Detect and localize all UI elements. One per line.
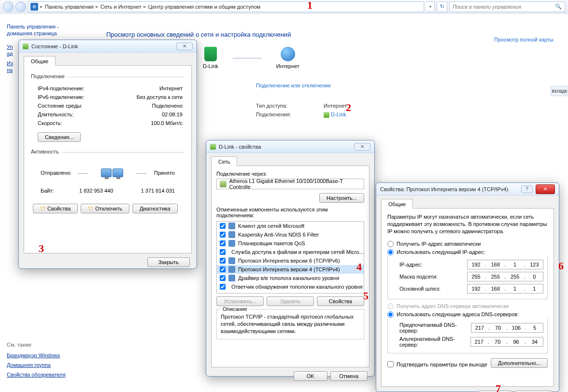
breadcrumb[interactable]: ⚙ ▸ Панель управления ▸ Сеть и Интернет … [28, 1, 424, 12]
radio-manual-dns[interactable]: Использовать следующие адреса DNS-сервер… [387, 311, 548, 318]
annotation-7: 7 [496, 382, 501, 392]
close-icon[interactable]: ✕ [176, 42, 193, 50]
list-item-selected[interactable]: Протокол Интернета версии 4 (TCP/IPv4) [217, 265, 364, 274]
components-label: Отмеченные компоненты используются этим … [216, 207, 364, 218]
dns2-input[interactable]: 217.70.96.34 [470, 337, 543, 347]
group-connection-label: Подключение [31, 73, 68, 79]
list-item[interactable]: Драйвер в/в тополога канального уровня [217, 274, 364, 282]
client-icon [228, 223, 235, 229]
adapter-field: Atheros L1 Gigabit Ethernet 10/100/1000B… [216, 179, 364, 189]
details-button[interactable]: Сведения... [38, 132, 81, 142]
status-titlebar[interactable]: Состояние - D-Link ✕ [19, 40, 197, 53]
annotation-5: 5 [363, 290, 369, 302]
close-button[interactable]: Закрыть [147, 257, 190, 267]
list-item[interactable]: Протокол Интернета версии 6 (TCP/IPv6) [217, 256, 364, 265]
search-field[interactable] [453, 4, 555, 10]
search-icon: 🔍 [555, 3, 562, 10]
tab-network[interactable]: Сеть [211, 156, 237, 166]
view-map-link[interactable]: Просмотр полной карты [494, 37, 554, 42]
breadcrumb-dropdown[interactable]: ▾ [426, 1, 435, 12]
internet-icon [281, 47, 295, 61]
tcpip-title: Свойства: Протокол Интернета версии 4 (T… [380, 186, 508, 192]
nav-back-button[interactable] [3, 1, 14, 12]
activity-icon [95, 163, 129, 182]
tcpip-dialog: Свойства: Протокол Интернета версии 4 (T… [376, 182, 559, 392]
status-title: Состояние - D-Link [31, 43, 78, 49]
nav-forward-button[interactable] [15, 1, 26, 12]
control-panel-home-link[interactable]: Панель управления -домашняя страница [7, 23, 90, 37]
list-item[interactable]: Служба доступа к файлам и принтерам сете… [217, 248, 364, 256]
tcpip-titlebar[interactable]: Свойства: Протокол Интернета версии 4 (T… [376, 183, 559, 196]
adapter-icon [220, 181, 227, 187]
annotation-1: 1 [307, 0, 312, 12]
help-button[interactable]: ? [521, 185, 533, 193]
radio-manual-ip[interactable]: Использовать следующий IP-адрес: [387, 249, 548, 255]
sidebar-link-firewall[interactable]: Брандмауэр Windows [7, 352, 66, 358]
radio-auto-ip[interactable]: Получить IP-адрес автоматически [387, 241, 548, 247]
breadcrumb-item[interactable]: Сеть и Интернет [100, 4, 142, 10]
breadcrumb-item[interactable]: Панель управления [45, 4, 94, 10]
address-bar: ⚙ ▸ Панель управления ▸ Сеть и Интернет … [0, 0, 568, 14]
right-partial-tab: вкладк [551, 86, 568, 96]
list-item[interactable]: Ответчик обнаружения топологии канальног… [217, 282, 364, 291]
tab-general[interactable]: Общие [24, 56, 56, 66]
annotation-3: 3 [39, 242, 44, 255]
gateway-input[interactable]: 192.168.1.1 [467, 284, 543, 294]
protocol-icon [228, 275, 235, 281]
properties-button[interactable]: 🛡Свойства [33, 204, 78, 213]
protocol-icon [228, 266, 235, 273]
diagnostics-button[interactable]: Диагностика [132, 204, 178, 213]
remove-button[interactable]: Удалить [267, 296, 314, 306]
group-activity-label: Активность [31, 149, 62, 154]
access-type-value: Интернет [324, 103, 347, 109]
sidebar-link-homegroup[interactable]: Домашняя группа [7, 362, 66, 368]
annotation-2: 2 [346, 101, 351, 114]
connect-disconnect-link[interactable]: Подключение или отключение [256, 83, 549, 88]
gateway-label: Основной шлюз: [399, 286, 440, 292]
see-also: См. также Брандмауэр Windows Домашняя гр… [7, 342, 66, 381]
connection-link[interactable]: D-Link [331, 112, 346, 117]
properties-dialog: D-Link - свойства ✕ Сеть Подключение чер… [206, 140, 375, 377]
service-icon [228, 231, 235, 238]
connect-via-label: Подключение через: [216, 171, 364, 177]
close-icon[interactable]: ✕ [354, 143, 370, 151]
list-item[interactable]: Планировщик пакетов QoS [217, 239, 364, 248]
configure-button[interactable]: Настроить... [319, 193, 364, 203]
signal-icon [324, 112, 329, 118]
ok-button[interactable]: OK [294, 371, 327, 381]
router-label: D-Link [203, 63, 218, 69]
signal-icon [23, 43, 28, 49]
access-type-label: Тип доступа: [256, 103, 309, 109]
breadcrumb-item[interactable]: Центр управления сетями и общим доступом [148, 4, 260, 10]
disable-button[interactable]: 🛡Отключить [81, 204, 129, 213]
install-button[interactable]: Установить... [216, 296, 264, 306]
subnet-mask-input[interactable]: 255.255.255.0 [467, 272, 543, 281]
dns2-label: Альтернативный DNS-сервер: [399, 336, 470, 348]
page-title: Просмотр основных сведений о сети и наст… [106, 31, 549, 38]
sidebar-link-internet-options[interactable]: Свойства обозревателя [7, 372, 66, 378]
intro-text: Параметры IP могут назначаться автоматич… [387, 213, 548, 235]
internet-label: Интернет [276, 63, 299, 69]
annotation-4: 4 [356, 261, 362, 273]
search-input[interactable]: 🔍 [449, 1, 565, 12]
validate-checkbox[interactable]: Подтвердить параметры при выходе [387, 361, 487, 367]
protocol-icon [228, 257, 235, 264]
refresh-button[interactable]: ↻ [437, 1, 447, 12]
subnet-mask-label: Маска подсети: [399, 274, 438, 280]
dns1-input[interactable]: 217.70.106.5 [471, 323, 543, 333]
tab-general[interactable]: Общие [381, 199, 413, 209]
close-icon[interactable]: ✕ [536, 184, 555, 194]
item-properties-button[interactable]: Свойства [317, 296, 364, 306]
properties-titlebar[interactable]: D-Link - свойства ✕ [206, 140, 374, 153]
router-icon [204, 47, 217, 61]
list-item[interactable]: Клиент для сетей Microsoft [217, 222, 364, 230]
service-icon [228, 240, 235, 247]
cancel-button[interactable]: Отмена [330, 371, 368, 381]
list-item[interactable]: Kaspersky Anti-Virus NDIS 6 Filter [217, 230, 364, 239]
see-also-heading: См. также [7, 342, 66, 348]
description-box: Описание Протокол TCP/IP - стандартный п… [216, 309, 364, 339]
advanced-button[interactable]: Дополнительно... [491, 358, 548, 368]
components-list[interactable]: Клиент для сетей Microsoft Kaspersky Ant… [216, 221, 364, 294]
ip-address-input[interactable]: 192.168.1.123 [467, 260, 543, 269]
control-panel-icon: ⚙ [30, 3, 38, 11]
